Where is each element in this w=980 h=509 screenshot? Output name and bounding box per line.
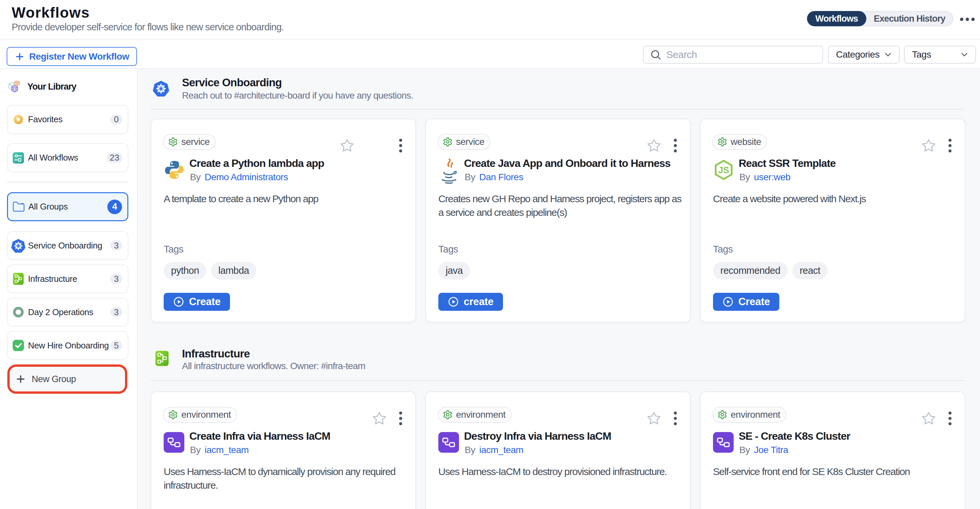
svg-text:JS: JS <box>718 165 729 175</box>
